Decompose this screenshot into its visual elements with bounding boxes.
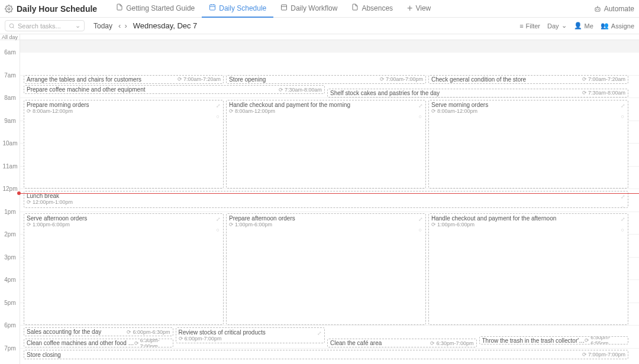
recur-icon: ⟳ bbox=[582, 76, 587, 82]
date-nav: Today ‹ › Wednesday, Dec 7 bbox=[93, 21, 197, 30]
more-icon[interactable]: ○ bbox=[621, 227, 624, 233]
hour-label: 10am bbox=[0, 140, 20, 147]
more-icon[interactable]: ○ bbox=[217, 227, 220, 233]
calendar-event[interactable]: Store closing⟳7:00pm-7:00pm bbox=[24, 350, 628, 359]
event-time: ⟳7:30am-8:00am bbox=[279, 87, 322, 93]
event-title: Throw the trash in the trash collector's… bbox=[482, 337, 585, 344]
calendar-event[interactable]: Shelf stock cakes and pastries for the d… bbox=[327, 89, 628, 98]
expand-icon[interactable]: ⤢ bbox=[621, 194, 625, 200]
more-icon[interactable]: ○ bbox=[419, 227, 422, 233]
event-time: ⟳ 1:00pm-6:00pm bbox=[431, 222, 625, 228]
recur-icon: ⟳ bbox=[431, 222, 436, 228]
calendar-grid[interactable]: Arrange the tables and chairs for custom… bbox=[20, 34, 639, 364]
search-input[interactable]: Search tasks... ⌄ bbox=[5, 20, 85, 31]
today-button[interactable]: Today bbox=[93, 22, 112, 30]
expand-icon[interactable]: ⤢ bbox=[216, 216, 221, 222]
more-icon[interactable]: ○ bbox=[621, 113, 624, 119]
more-icon[interactable]: ○ bbox=[419, 113, 422, 119]
view-label: View bbox=[415, 4, 431, 12]
app-header: Daily Hour Schedule Getting Started Guid… bbox=[0, 0, 639, 18]
svg-point-0 bbox=[8, 8, 10, 10]
event-title: Serve morning orders bbox=[431, 102, 625, 108]
inactive-band bbox=[20, 40, 639, 53]
event-title: Clean the café area bbox=[330, 340, 382, 346]
allday-label: All day bbox=[0, 34, 20, 40]
recur-icon: ⟳ bbox=[585, 337, 589, 343]
expand-icon[interactable]: ⤢ bbox=[216, 103, 221, 109]
search-icon bbox=[9, 23, 15, 29]
expand-icon[interactable]: ⤢ bbox=[317, 330, 322, 336]
more-icon[interactable]: ○ bbox=[217, 113, 220, 119]
expand-icon[interactable]: ⤢ bbox=[418, 103, 423, 109]
filter-button[interactable]: ≡Filter bbox=[519, 22, 540, 30]
event-time: ⟳7:00pm-7:00pm bbox=[582, 352, 625, 358]
expand-icon[interactable]: ⤢ bbox=[621, 103, 625, 109]
event-title: Shelf stock cakes and pastries for the d… bbox=[330, 90, 440, 96]
hour-label: 4pm bbox=[0, 277, 20, 283]
calendar-event[interactable]: Clean coffee machines and other food equ… bbox=[24, 339, 173, 347]
calendar-event[interactable]: Prepare coffee machine and other equipme… bbox=[24, 85, 325, 94]
calendar-event[interactable]: ⤢○Prepare afternoon orders⟳ 1:00pm-6:00p… bbox=[226, 213, 426, 325]
event-time: ⟳6:30pm-7:00pm bbox=[430, 340, 473, 346]
people-icon: 👥 bbox=[601, 22, 609, 30]
calendar-event[interactable]: Arrange the tables and chairs for custom… bbox=[24, 75, 224, 84]
calendar-icon bbox=[209, 4, 216, 12]
hour-label: 1pm bbox=[0, 209, 20, 215]
view-mode-button[interactable]: Day⌄ bbox=[547, 22, 567, 30]
calendar-event[interactable]: Check general condition of the store⟳7:0… bbox=[428, 75, 628, 84]
expand-icon[interactable]: ⤢ bbox=[621, 216, 625, 222]
calendar-event[interactable]: ⤢○Handle checkout and payment for the af… bbox=[428, 213, 628, 325]
chevron-down-icon: ⌄ bbox=[561, 22, 567, 30]
event-title: Sales accounting for the day bbox=[27, 329, 101, 335]
me-button[interactable]: 👤Me bbox=[574, 22, 593, 30]
page-title: Daily Hour Schedule bbox=[5, 4, 97, 14]
more-icon[interactable]: ○ bbox=[621, 204, 624, 208]
recur-icon: ⟳ bbox=[279, 87, 283, 93]
next-day-button[interactable]: › bbox=[124, 21, 127, 30]
hour-label: 7pm bbox=[0, 345, 20, 352]
hour-label: 5pm bbox=[0, 300, 20, 306]
hour-line bbox=[20, 188, 639, 189]
tab-label: Getting Started Guide bbox=[126, 4, 195, 12]
recur-icon: ⟳ bbox=[430, 340, 435, 346]
recur-icon: ⟳ bbox=[229, 108, 234, 114]
hour-label: 3pm bbox=[0, 254, 20, 261]
add-view-button[interactable]: + View bbox=[400, 0, 438, 18]
recur-icon: ⟳ bbox=[431, 108, 436, 114]
event-time: ⟳6:00pm-6:30pm bbox=[127, 329, 170, 335]
calendar-event[interactable]: ⤢○Serve afternoon orders⟳ 1:00pm-6:00pm bbox=[24, 213, 224, 325]
automate-button[interactable]: Automate bbox=[594, 5, 634, 13]
prev-day-button[interactable]: ‹ bbox=[118, 21, 121, 30]
recur-icon: ⟳ bbox=[127, 329, 131, 335]
calendar-event[interactable]: Sales accounting for the day⟳6:00pm-6:30… bbox=[24, 327, 173, 336]
calendar-event[interactable]: ⤢○Serve morning orders⟳ 8:00am-12:00pm bbox=[428, 100, 628, 188]
assignee-button[interactable]: 👥Assigne bbox=[601, 22, 634, 30]
tab-absences[interactable]: Absences bbox=[344, 0, 400, 18]
calendar: All day 6am7am8am9am10am11am12pm1pm2pm3p… bbox=[0, 34, 639, 364]
tab-daily-workflow[interactable]: Daily Workflow bbox=[273, 0, 344, 18]
now-indicator bbox=[20, 193, 639, 194]
calendar-event[interactable]: Throw the trash in the trash collector's… bbox=[479, 336, 629, 344]
more-icon[interactable]: ○ bbox=[318, 341, 321, 343]
event-title: Clean coffee machines and other food equ… bbox=[27, 340, 134, 346]
calendar-event[interactable]: ⤢○Review stocks of critical products⟳ 6:… bbox=[176, 327, 325, 343]
tab-getting-started-guide[interactable]: Getting Started Guide bbox=[109, 0, 202, 18]
expand-icon[interactable]: ⤢ bbox=[418, 216, 423, 222]
person-icon: 👤 bbox=[574, 22, 582, 30]
tab-daily-schedule[interactable]: Daily Schedule bbox=[202, 0, 273, 18]
calendar-event[interactable]: ⤢○Handle checkout and payment for the mo… bbox=[226, 100, 426, 188]
calendar-event[interactable]: Clean the café area⟳6:30pm-7:00pm bbox=[327, 339, 477, 347]
event-time: ⟳7:00am-7:00pm bbox=[380, 76, 423, 82]
calendar-event[interactable]: Store opening⟳7:00am-7:00pm bbox=[226, 75, 426, 84]
allday-row[interactable] bbox=[20, 34, 639, 40]
gear-icon bbox=[5, 5, 13, 13]
doc-icon bbox=[351, 4, 359, 12]
event-title: Handle checkout and payment for the morn… bbox=[229, 102, 423, 108]
calendar-event[interactable]: ⤢○Prepare morning orders⟳ 8:00am-12:00pm bbox=[24, 100, 224, 188]
recur-icon: ⟳ bbox=[582, 352, 587, 358]
hour-line bbox=[20, 212, 639, 212]
event-title: Prepare morning orders bbox=[27, 102, 221, 108]
svg-point-9 bbox=[598, 9, 599, 9]
toolbar: Search tasks... ⌄ Today ‹ › Wednesday, D… bbox=[0, 18, 639, 34]
event-title: Review stocks of critical products bbox=[179, 329, 322, 336]
